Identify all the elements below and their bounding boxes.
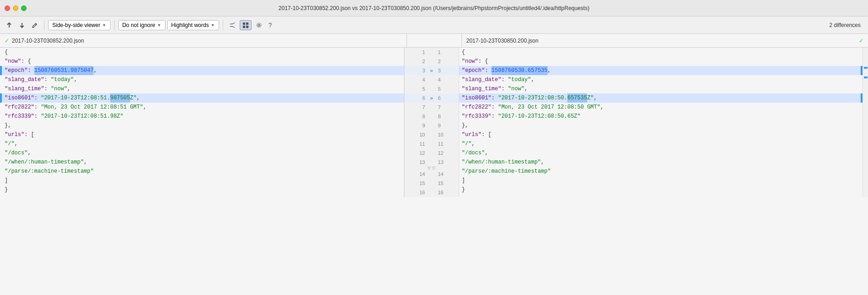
line-content: "rfc3339": "2017-10-23T12:08:50.65Z" — [459, 112, 861, 121]
separator-3 — [223, 20, 223, 30]
center-gutter: 11223»344556»67788991010111112121313▽ ▽1… — [404, 48, 459, 197]
line-content: "urls": [ — [459, 130, 861, 139]
gutter-right-num: 8 — [436, 114, 450, 119]
line-marker — [861, 103, 863, 112]
left-file-header: ✓ 2017-10-23T030852.200.json — [0, 34, 407, 47]
traffic-lights — [5, 5, 27, 11]
left-line-8: "rfc3339": "2017-10-23T12:08:51.98Z" — [0, 112, 404, 121]
svg-rect-6 — [242, 25, 245, 27]
gutter-row-11: 1111 — [405, 139, 459, 148]
line-content: "iso8601": "2017-10-23T12:08:51.987505Z"… — [2, 93, 404, 103]
line-content: ] — [2, 176, 404, 185]
diff-lines-button[interactable] — [227, 21, 238, 30]
gutter-row-7: 77 — [405, 103, 459, 112]
edit-button[interactable] — [29, 21, 40, 30]
left-panel[interactable]: { "now": { "epoch": 1508760531.9875047, … — [0, 48, 404, 197]
gutter-left-num: 7 — [413, 104, 427, 110]
prev-diff-button[interactable] — [4, 21, 15, 30]
minimize-button[interactable] — [13, 5, 18, 11]
line-content: "/", — [459, 139, 861, 148]
close-button[interactable] — [5, 5, 10, 11]
right-line-13: "/when/:human-timestamp", — [459, 158, 863, 167]
line-content: ] — [459, 176, 861, 185]
line-content: "urls": [ — [2, 130, 404, 139]
ignore-dropdown[interactable]: Do not ignore ▼ — [118, 20, 165, 30]
line-marker — [861, 139, 863, 148]
line-content: "rfc3339": "2017-10-23T12:08:51.98Z" — [2, 112, 404, 121]
left-line-7: "rfc2822": "Mon, 23 Oct 2017 12:08:51 GM… — [0, 103, 404, 112]
gutter-left-num: 5 — [413, 86, 427, 92]
maximize-button[interactable] — [21, 5, 27, 11]
separator-1 — [44, 20, 44, 30]
left-line-1: { — [0, 48, 404, 57]
left-line-11: "/", — [0, 139, 404, 148]
scroll-indicator[interactable] — [863, 48, 868, 197]
highlight-dropdown[interactable]: Highlight words ▼ — [167, 20, 219, 30]
left-line-2: "now": { — [0, 57, 404, 66]
line-content: }, — [2, 121, 404, 130]
line-content: }, — [459, 121, 861, 130]
left-line-3: "epoch": 1508760531.9875047, — [0, 66, 404, 75]
help-button[interactable]: ? — [266, 20, 275, 30]
svg-point-8 — [258, 24, 259, 26]
line-marker — [861, 66, 863, 75]
settings-button[interactable] — [253, 21, 264, 30]
left-line-10: "urls": [ — [0, 130, 404, 139]
left-line-12: "/docs", — [0, 148, 404, 158]
right-line-8: "rfc3339": "2017-10-23T12:08:50.65Z" — [459, 112, 863, 121]
scroll-marker-2 — [864, 76, 868, 78]
diff-viewer: { "now": { "epoch": 1508760531.9875047, … — [0, 48, 868, 197]
window-title: 2017-10-23T030852.200.json vs 2017-10-23… — [0, 5, 868, 11]
titlebar: 2017-10-23T030852.200.json vs 2017-10-23… — [0, 0, 868, 16]
gutter-left-num: 15 — [413, 180, 427, 186]
right-line-5: "slang_time": "now", — [459, 84, 863, 93]
right-line-6: "iso8601": "2017-10-23T12:08:50.657535Z"… — [459, 93, 863, 103]
right-panel[interactable]: { "now": { "epoch": 1508760530.657535, "… — [459, 48, 863, 197]
gutter-right-num: 4 — [436, 77, 450, 82]
gutter-arrow: » — [427, 95, 436, 101]
line-content: } — [459, 185, 861, 194]
gutter-right-num: 6 — [436, 95, 450, 101]
gutter-row-2: 22 — [405, 57, 459, 66]
gutter-right-num: 13 — [436, 159, 450, 165]
line-marker — [861, 75, 863, 84]
left-line-16: } — [0, 185, 404, 194]
right-file-header: 2017-10-23T030850.200.json ✓ — [462, 34, 868, 47]
gutter-right-num: 12 — [436, 150, 450, 156]
line-marker — [861, 185, 863, 194]
gutter-left-num: 2 — [413, 59, 427, 64]
gutter-row-4: 44 — [405, 75, 459, 84]
line-marker — [861, 167, 863, 176]
right-line-16: } — [459, 185, 863, 194]
line-content: "/when/:human-timestamp", — [2, 158, 404, 167]
gutter-left-num: 1 — [413, 49, 427, 55]
gutter-row-3: 3»3 — [405, 66, 459, 75]
grid-view-button[interactable] — [240, 20, 252, 30]
center-header-spacer — [407, 34, 462, 47]
gutter-right-num: 3 — [436, 68, 450, 73]
gutter-right-num: 9 — [436, 123, 450, 128]
right-line-1: { — [459, 48, 863, 57]
line-marker — [861, 48, 863, 57]
ignore-label: Do not ignore — [122, 22, 155, 28]
next-diff-button[interactable] — [16, 21, 27, 30]
svg-line-3 — [232, 26, 235, 27]
viewer-dropdown[interactable]: Side-by-side viewer ▼ — [48, 20, 110, 30]
line-content: "slang_time": "now", — [459, 84, 861, 93]
gutter-row-9: 99 — [405, 121, 459, 130]
line-content: { — [2, 48, 404, 57]
ignore-chevron: ▼ — [157, 23, 161, 27]
line-marker — [861, 84, 863, 93]
left-line-6: "iso8601": "2017-10-23T12:08:51.987505Z"… — [0, 93, 404, 103]
line-content: } — [2, 185, 404, 194]
gutter-row-8: 88 — [405, 112, 459, 121]
line-content: "now": { — [459, 57, 861, 66]
line-content: "epoch": 1508760530.657535, — [459, 66, 861, 75]
svg-rect-4 — [242, 22, 245, 24]
gutter-left-num: 6 — [413, 95, 427, 101]
gutter-row-15: 1515 — [405, 179, 459, 188]
svg-line-1 — [232, 22, 235, 24]
gutter-right-num: 11 — [436, 141, 450, 147]
left-filename: 2017-10-23T030852.200.json — [12, 38, 84, 44]
left-line-5: "slang_time": "now", — [0, 84, 404, 93]
